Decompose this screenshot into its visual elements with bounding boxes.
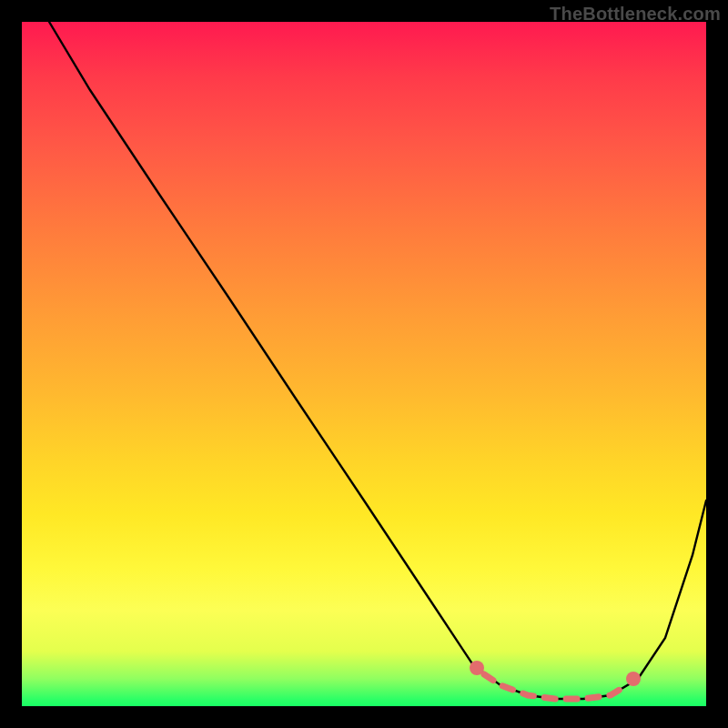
chart-frame: TheBottleneck.com	[0, 0, 728, 728]
highlight-dot-right	[626, 672, 641, 686]
bottleneck-curve	[49, 22, 706, 699]
plot-area	[22, 22, 706, 706]
curve-svg	[22, 22, 706, 706]
watermark-text: TheBottleneck.com	[550, 4, 721, 25]
highlight-dot-left	[470, 661, 484, 675]
